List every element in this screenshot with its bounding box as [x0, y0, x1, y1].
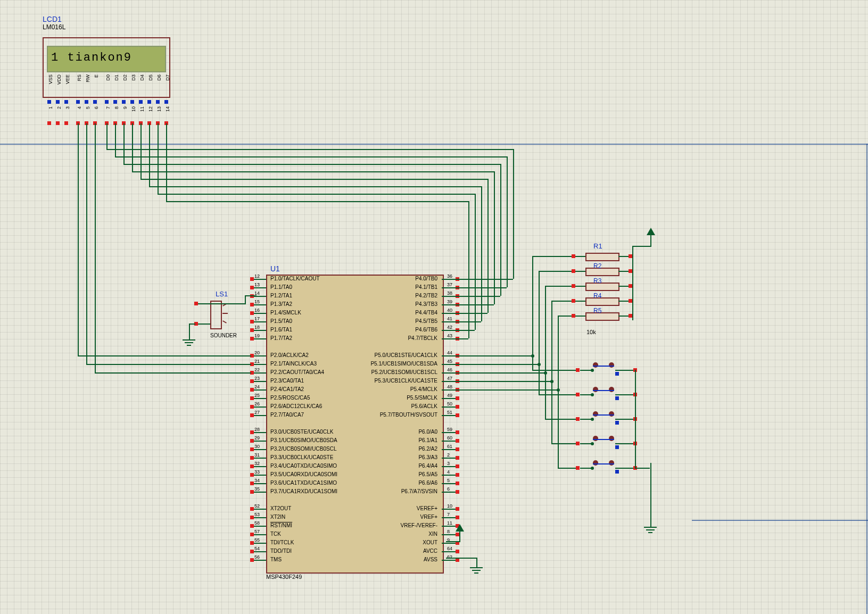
pin-pad[interactable] [250, 482, 254, 485]
button-actuator[interactable] [593, 411, 598, 417]
pin-pad[interactable] [456, 439, 459, 443]
pin-pad[interactable] [576, 466, 580, 470]
pin-pad[interactable] [456, 413, 459, 417]
button-actuator[interactable] [609, 436, 614, 441]
pin-pad[interactable] [250, 447, 254, 451]
pin-pad[interactable] [147, 100, 151, 104]
pin-pad[interactable] [250, 456, 254, 460]
pin-pad[interactable] [250, 413, 254, 417]
pin-pad[interactable] [615, 421, 619, 425]
pin-pad[interactable] [615, 470, 619, 474]
pin-pad[interactable] [456, 507, 459, 511]
pin-pad[interactable] [576, 368, 580, 372]
pin-pad[interactable] [576, 442, 580, 445]
button-actuator[interactable] [609, 387, 614, 392]
pin-pad[interactable] [250, 337, 254, 341]
button-actuator[interactable] [593, 362, 598, 368]
button-actuator[interactable] [609, 411, 614, 417]
pin-pad[interactable] [56, 121, 60, 125]
resistor-body[interactable] [585, 283, 619, 291]
pin-pad[interactable] [456, 490, 459, 494]
pin-pad[interactable] [456, 550, 459, 553]
pin-pad[interactable] [250, 277, 254, 281]
pin-pad[interactable] [572, 269, 575, 273]
sounder-body[interactable] [210, 301, 222, 329]
pin-pad[interactable] [250, 533, 254, 536]
pin-pad[interactable] [122, 100, 126, 104]
pin-pad[interactable] [56, 100, 60, 104]
pin-pad[interactable] [576, 393, 580, 396]
pin-pad[interactable] [456, 456, 459, 460]
pin-pad[interactable] [250, 405, 254, 409]
pin-pad[interactable] [456, 473, 459, 477]
pin-pad[interactable] [250, 379, 254, 383]
pin-pad[interactable] [456, 558, 459, 562]
pin-pad[interactable] [629, 254, 632, 258]
pin-pad[interactable] [456, 516, 459, 519]
pin-pad[interactable] [572, 254, 575, 258]
button-actuator[interactable] [593, 387, 598, 392]
pin-pad[interactable] [456, 533, 459, 536]
pin-pad[interactable] [47, 100, 51, 104]
button-actuator[interactable] [593, 436, 598, 441]
pin-pad[interactable] [250, 430, 254, 434]
pin-pad[interactable] [93, 100, 97, 104]
pin-pad[interactable] [629, 314, 632, 318]
pin-pad[interactable] [615, 445, 619, 449]
pin-pad[interactable] [615, 372, 619, 376]
pin-pad[interactable] [250, 550, 254, 553]
pin-pad[interactable] [250, 439, 254, 443]
pin-pad[interactable] [250, 328, 254, 332]
pin-pad[interactable] [250, 490, 254, 494]
pin-pad[interactable] [572, 284, 575, 288]
pin-pad[interactable] [105, 100, 109, 104]
pin-pad[interactable] [456, 464, 459, 468]
pin-pad[interactable] [629, 299, 632, 303]
pin-pad[interactable] [629, 269, 632, 273]
pin-pad[interactable] [250, 311, 254, 315]
pin-pad[interactable] [629, 284, 632, 288]
pin-pad[interactable] [250, 396, 254, 400]
pin-pad[interactable] [130, 100, 134, 104]
pin-pad[interactable] [250, 464, 254, 468]
pin-pad[interactable] [47, 121, 51, 125]
pin-pad[interactable] [615, 396, 619, 400]
pin-pad[interactable] [250, 320, 254, 323]
pin-pad[interactable] [456, 447, 459, 451]
pin-pad[interactable] [456, 405, 459, 409]
pin-pad[interactable] [139, 100, 143, 104]
pin-pad[interactable] [250, 558, 254, 562]
pin-pad[interactable] [64, 121, 68, 125]
button-actuator[interactable] [609, 362, 614, 368]
button-actuator[interactable] [593, 460, 598, 466]
pin-pad[interactable] [250, 473, 254, 477]
pin-pad[interactable] [194, 302, 198, 305]
pin-pad[interactable] [456, 430, 459, 434]
pin-pad[interactable] [250, 524, 254, 528]
button-actuator[interactable] [609, 460, 614, 466]
pin-pad[interactable] [76, 100, 80, 104]
resistor-body[interactable] [585, 312, 619, 321]
pin-pad[interactable] [250, 388, 254, 392]
pin-pad[interactable] [456, 396, 459, 400]
wire [539, 271, 572, 272]
pin-pad[interactable] [113, 100, 117, 104]
pin-pad[interactable] [64, 100, 68, 104]
resistor-body[interactable] [585, 268, 619, 276]
pin-pad[interactable] [576, 417, 580, 421]
pin-pad[interactable] [572, 299, 575, 303]
pin-pad[interactable] [85, 100, 88, 104]
pin-pad[interactable] [250, 541, 254, 545]
pin-pad[interactable] [164, 100, 168, 104]
resistor-body[interactable] [585, 297, 619, 306]
mcu-pin-number: 48 [447, 384, 452, 389]
resistor-body[interactable] [585, 253, 619, 261]
pin-pad[interactable] [250, 286, 254, 289]
pin-stub [254, 381, 266, 382]
pin-pad[interactable] [156, 100, 160, 104]
pin-pad[interactable] [456, 482, 459, 485]
pin-pad[interactable] [572, 314, 575, 318]
pin-pad[interactable] [250, 507, 254, 511]
pin-pad[interactable] [250, 516, 254, 519]
pin-pad[interactable] [250, 303, 254, 306]
